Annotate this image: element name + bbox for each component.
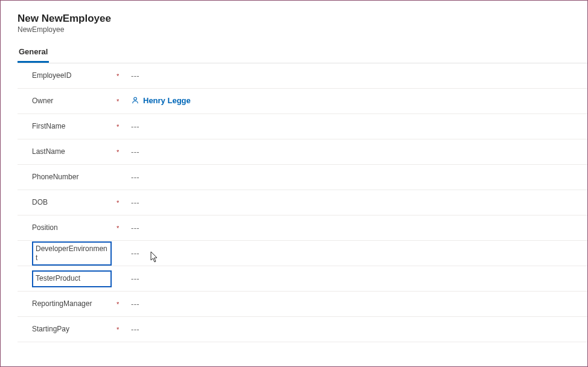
required-mark: *	[117, 148, 119, 156]
field-value-owner[interactable]: Henry Legge	[131, 96, 587, 107]
owner-name: Henry Legge	[143, 96, 191, 105]
required-mark: *	[117, 123, 119, 130]
field-value-last-name[interactable]: ---	[131, 147, 587, 156]
field-value-phone-number[interactable]: ---	[131, 173, 587, 182]
required-mark: *	[117, 225, 119, 232]
field-row-reporting-manager: ReportingManager * ---	[18, 292, 587, 317]
field-value-dob[interactable]: ---	[131, 198, 587, 207]
field-value-tester-product[interactable]: ---	[131, 274, 587, 283]
field-label-owner: Owner	[32, 97, 53, 106]
field-label-starting-pay: StartingPay	[32, 325, 69, 334]
person-icon	[131, 96, 139, 104]
field-value-position[interactable]: ---	[131, 223, 587, 232]
field-row-starting-pay: StartingPay * ---	[18, 317, 587, 342]
required-mark: *	[117, 301, 119, 308]
field-label-position: Position	[32, 223, 58, 232]
field-value-developer-environment[interactable]: ---	[131, 249, 587, 258]
svg-point-0	[134, 98, 137, 101]
required-mark: *	[117, 98, 119, 105]
highlight-box-tester-product: TesterProduct	[32, 270, 112, 287]
page-title: New NewEmployee	[18, 13, 587, 25]
required-mark: *	[117, 199, 119, 206]
field-row-phone-number: PhoneNumber ---	[18, 165, 587, 190]
field-label-last-name: LastName	[32, 147, 65, 156]
field-row-last-name: LastName * ---	[18, 139, 587, 165]
field-label-first-name: FirstName	[32, 122, 65, 131]
field-value-first-name[interactable]: ---	[131, 122, 587, 131]
field-label-dob: DOB	[32, 198, 48, 207]
field-value-employee-id[interactable]: ---	[131, 71, 587, 80]
field-row-owner: Owner * Henry Legge	[18, 89, 587, 114]
highlight-box-developer-environment: DeveloperEnvironment	[32, 241, 112, 266]
entity-subtitle: NewEmployee	[18, 25, 587, 34]
field-row-developer-environment: DeveloperEnvironment ---	[18, 241, 587, 266]
field-label-tester-product: TesterProduct	[36, 274, 80, 283]
field-label-employee-id: EmployeeID	[32, 71, 71, 80]
required-mark: *	[117, 72, 119, 80]
required-mark: *	[117, 326, 119, 333]
field-row-first-name: FirstName * ---	[18, 114, 587, 139]
field-row-position: Position * ---	[18, 215, 587, 241]
tab-strip: General	[18, 43, 587, 63]
field-label-phone-number: PhoneNumber	[32, 173, 78, 182]
field-row-tester-product: TesterProduct ---	[18, 266, 587, 292]
field-label-reporting-manager: ReportingManager	[32, 299, 92, 308]
field-value-starting-pay[interactable]: ---	[131, 325, 587, 334]
form-general: EmployeeID * --- Owner * Henry Legge Fir…	[18, 63, 587, 342]
tab-general[interactable]: General	[18, 43, 49, 63]
field-value-reporting-manager[interactable]: ---	[131, 299, 587, 308]
field-row-dob: DOB * ---	[18, 190, 587, 215]
field-row-employee-id: EmployeeID * ---	[18, 63, 587, 89]
field-label-developer-environment: DeveloperEnvironment	[36, 244, 108, 263]
